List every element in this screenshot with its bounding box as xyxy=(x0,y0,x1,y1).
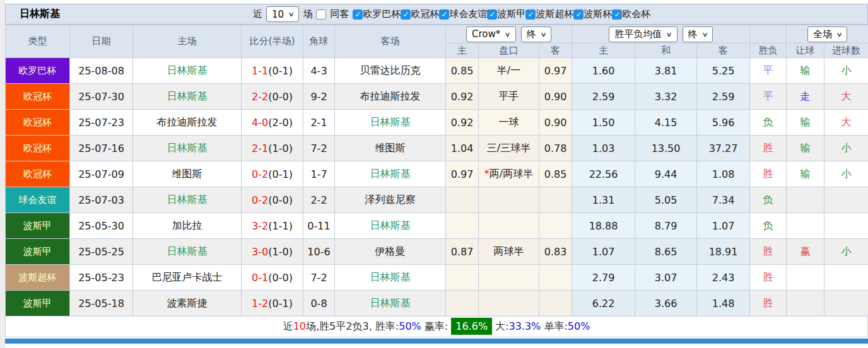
home-team: 日林斯基 xyxy=(133,187,242,213)
checkbox-checked-icon[interactable]: ✓ xyxy=(401,9,411,20)
mean-time-select[interactable]: 终 ∨ xyxy=(683,26,713,42)
mean-draw-odds: 3.66 xyxy=(635,291,697,316)
odds-time-select[interactable]: 终 ∨ xyxy=(521,26,551,42)
mean-draw-odds: 3.07 xyxy=(635,265,697,291)
checkbox-checked-icon[interactable]: ✓ xyxy=(612,9,622,20)
score-cell: 4-0(2-0) xyxy=(242,110,303,136)
handicap-cell: 一球 xyxy=(479,110,539,136)
chevron-down-icon: ∨ xyxy=(288,11,295,18)
match-date: 25-05-18 xyxy=(70,291,133,316)
result-cell: 负 xyxy=(750,110,787,136)
home-team: 日林斯基 xyxy=(133,136,242,161)
home-odds xyxy=(446,291,479,316)
half-score: (0-0) xyxy=(268,272,293,284)
full-score: 3-2 xyxy=(252,220,268,232)
handicap-cell xyxy=(479,265,539,291)
score-cell: 2-1(1-0) xyxy=(242,136,303,161)
subheader-mean-home: 主 xyxy=(572,44,635,58)
chevron-down-icon: ∨ xyxy=(666,31,672,38)
scope-selector-cell: 全场 ∨ xyxy=(787,25,868,44)
score-cell: 3-0(1-0) xyxy=(242,239,303,265)
mean-lose-odds: 37.27 xyxy=(697,136,750,161)
corner-score: 0-8 xyxy=(303,291,335,316)
goals-result-cell: 小 xyxy=(824,58,868,84)
subheader-mean-draw: 和 xyxy=(635,44,697,58)
chevron-down-icon: ∨ xyxy=(540,31,546,38)
result-cell: 胜 xyxy=(750,136,787,161)
match-row: 球会友谊25-07-03日林斯基0-2(0-0)2-2泽列兹尼察1.315.05… xyxy=(6,187,868,213)
left-margin-strip xyxy=(0,0,5,348)
mean-draw-odds: 5.05 xyxy=(635,187,697,213)
mean-win-odds: 6.22 xyxy=(572,291,635,316)
checkbox-checked-icon[interactable]: ✓ xyxy=(487,9,497,20)
away-team: 日林斯基 xyxy=(335,213,446,239)
away-odds: 0.83 xyxy=(539,239,572,265)
league-badge: 波斯甲 xyxy=(6,291,70,316)
handicap-result-cell xyxy=(787,213,824,239)
match-date: 25-07-23 xyxy=(70,110,133,136)
scope-select[interactable]: 全场 ∨ xyxy=(807,26,847,42)
league-filter[interactable]: ✓欧冠杯 xyxy=(401,8,439,20)
summary-segment: 50% xyxy=(399,320,421,332)
home-odds: 0.87 xyxy=(446,239,479,265)
home-odds: 0.85 xyxy=(446,58,479,84)
goals-result-cell xyxy=(824,265,868,291)
away-odds: 0.78 xyxy=(539,136,572,161)
league-filter[interactable]: ✓欧罗巴杯 xyxy=(353,8,401,20)
summary-footer: 近10场,胜5平2负3, 胜率:50% 赢率:16.6%大:33.3% 单率:5… xyxy=(5,316,868,337)
same-venue-checkbox[interactable] xyxy=(316,9,326,20)
topbar: 日林斯基 近 10 ∨ 场 同客 ✓欧罗巴杯✓欧冠杯✓球会友谊✓波斯甲✓波斯超杯… xyxy=(5,4,868,25)
odds-company-select[interactable]: Crow* ∨ xyxy=(466,26,516,42)
match-row: 欧冠杯25-07-23布拉迪斯拉发4-0(2-0)2-1日林斯基0.92一球0.… xyxy=(6,110,868,136)
league-filter-label: 欧冠杯 xyxy=(411,8,439,20)
result-cell: 胜 xyxy=(750,161,787,187)
match-row: 波斯甲25-05-18波素斯捷1-2(0-1)0-8日林斯基6.223.661.… xyxy=(6,291,868,316)
mean-draw-odds: 13.50 xyxy=(635,136,697,161)
checkbox-checked-icon[interactable]: ✓ xyxy=(525,9,536,20)
recent-label: 近 xyxy=(253,8,262,20)
mean-type-select[interactable]: 胜平负均值 ∨ xyxy=(609,26,677,42)
result-cell: 负 xyxy=(750,187,787,213)
checkbox-checked-icon[interactable]: ✓ xyxy=(573,9,584,20)
chevron-down-icon: ∨ xyxy=(505,31,511,38)
subheader-goals: 进球数 xyxy=(824,44,868,58)
handicap-cell: *两/两球半 xyxy=(479,161,539,187)
corner-score: 2-1 xyxy=(303,110,335,136)
league-badge: 欧冠杯 xyxy=(6,161,70,187)
score-cell: 2-2(0-0) xyxy=(242,84,303,110)
mean-lose-odds: 5.96 xyxy=(697,110,750,136)
match-history-table: 类型 日期 主场 比分(半场) 角球 客场 Crow* ∨ 终 ∨ xyxy=(5,25,868,316)
league-badge: 欧冠杯 xyxy=(6,110,70,136)
handicap-cell: 平手 xyxy=(479,84,539,110)
goals-result-cell: 大 xyxy=(824,110,868,136)
filter-controls: 近 10 ∨ 场 同客 ✓欧罗巴杯✓欧冠杯✓球会友谊✓波斯甲✓波斯超杯✓波斯杯✓… xyxy=(252,6,650,22)
col-header-type: 类型 xyxy=(6,25,70,58)
away-team: 日林斯基 xyxy=(335,110,446,136)
home-odds: 0.92 xyxy=(446,84,479,110)
league-filter[interactable]: ✓欧会杯 xyxy=(612,8,650,20)
league-filter[interactable]: ✓波斯超杯 xyxy=(525,8,573,20)
league-filter[interactable]: ✓球会友谊 xyxy=(439,8,487,20)
recent-count-value: 10 xyxy=(272,9,284,20)
checkbox-checked-icon[interactable]: ✓ xyxy=(353,9,363,20)
home-odds xyxy=(446,187,479,213)
home-odds: 1.04 xyxy=(446,136,479,161)
match-date: 25-07-03 xyxy=(70,187,133,213)
handicap-cell xyxy=(479,187,539,213)
corner-score: 7-2 xyxy=(303,136,335,161)
home-odds xyxy=(446,213,479,239)
league-filter[interactable]: ✓波斯杯 xyxy=(573,8,612,20)
checkbox-checked-icon[interactable]: ✓ xyxy=(439,9,449,20)
league-filter[interactable]: ✓波斯甲 xyxy=(487,8,525,20)
league-filter-label: 球会友谊 xyxy=(449,8,487,20)
match-date: 25-07-09 xyxy=(70,161,133,187)
corner-score: 0-11 xyxy=(303,213,335,239)
home-team: 布拉迪斯拉发 xyxy=(133,110,242,136)
recent-count-select[interactable]: 10 ∨ xyxy=(266,6,299,22)
mean-lose-odds: 1.07 xyxy=(697,213,750,239)
mean-lose-odds: 1.08 xyxy=(697,161,750,187)
handicap-cell: 半/一 xyxy=(479,58,539,84)
score-cell: 0-2(0-1) xyxy=(242,161,303,187)
subheader-odds-home: 主 xyxy=(446,44,479,58)
half-score: (0-1) xyxy=(268,168,293,180)
